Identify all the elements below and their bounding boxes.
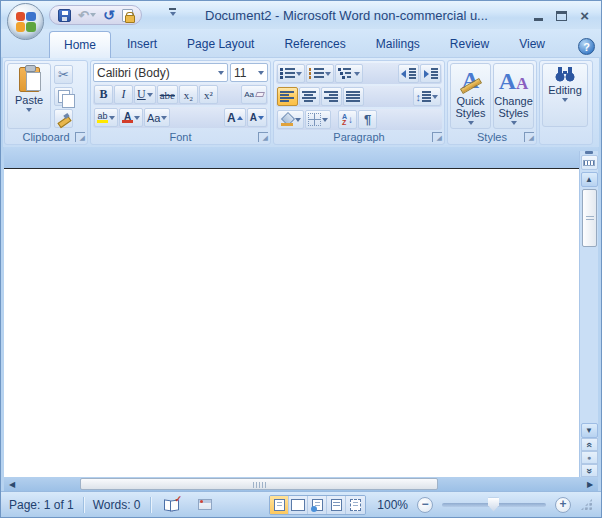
change-case-dropdown-icon[interactable] <box>161 116 167 120</box>
clear-formatting-button[interactable]: Aa <box>241 85 267 104</box>
change-case-button[interactable]: Aa <box>144 108 170 127</box>
multilevel-dropdown-icon[interactable] <box>354 72 360 76</box>
borders-dropdown-icon[interactable] <box>322 118 328 122</box>
full-screen-reading-view-button[interactable] <box>289 496 308 514</box>
next-page-button[interactable]: » <box>581 464 598 477</box>
font-dialog-launcher[interactable]: ◢ <box>258 132 268 142</box>
cut-button[interactable]: ✂ <box>54 65 73 84</box>
change-styles-button[interactable]: AA ChangeStyles <box>493 63 534 129</box>
scroll-down-button[interactable]: ▼ <box>581 423 598 438</box>
previous-page-button[interactable]: « <box>581 438 598 451</box>
vertical-scrollbar-thumb[interactable] <box>582 189 597 247</box>
paragraph-dialog-launcher[interactable]: ◢ <box>432 132 442 142</box>
zoom-out-button[interactable]: − <box>417 497 433 513</box>
italic-button[interactable]: I <box>114 85 133 104</box>
scroll-left-button[interactable]: ◀ <box>4 477 20 491</box>
line-spacing-button[interactable]: ↕ <box>413 87 442 106</box>
undo-dropdown-icon[interactable] <box>90 13 96 17</box>
multilevel-list-button[interactable] <box>335 64 363 83</box>
draft-view-button[interactable] <box>346 496 365 514</box>
window-resize-grip[interactable] <box>580 498 593 511</box>
decrease-indent-button[interactable] <box>398 64 419 83</box>
zoom-slider-track[interactable] <box>442 503 546 507</box>
tab-view[interactable]: View <box>505 31 559 57</box>
outline-view-button[interactable] <box>327 496 346 514</box>
horizontal-scrollbar-track[interactable] <box>20 477 80 491</box>
format-painter-button[interactable] <box>54 109 73 128</box>
shading-button[interactable] <box>277 110 304 129</box>
print-layout-view-button[interactable] <box>270 496 289 514</box>
text-highlight-button[interactable]: ab <box>94 108 118 127</box>
shrink-font-button[interactable]: A <box>247 108 267 127</box>
zoom-level[interactable]: 100% <box>377 498 408 512</box>
quick-styles-dropdown-icon[interactable] <box>468 121 474 125</box>
tab-insert[interactable]: Insert <box>113 31 171 57</box>
show-hide-formatting-button[interactable]: ¶ <box>358 110 377 129</box>
document-page[interactable] <box>4 168 579 477</box>
clipboard-dialog-launcher[interactable]: ◢ <box>75 132 85 142</box>
increase-indent-button[interactable] <box>420 64 441 83</box>
proofing-status-button[interactable]: ✓ <box>160 496 184 514</box>
office-button[interactable] <box>7 3 44 40</box>
font-color-button[interactable]: A <box>119 108 143 127</box>
vertical-scrollbar-track[interactable] <box>580 247 598 423</box>
styles-dialog-launcher[interactable]: ◢ <box>524 132 534 142</box>
protect-document-button[interactable] <box>122 9 133 22</box>
tab-page-layout[interactable]: Page Layout <box>173 31 268 57</box>
zoom-slider-thumb[interactable] <box>488 498 499 512</box>
select-browse-object-button[interactable]: ● <box>581 451 598 464</box>
font-size-combobox[interactable]: 11 <box>230 63 268 82</box>
editing-dropdown-icon[interactable] <box>562 98 568 102</box>
numbering-button[interactable] <box>306 64 334 83</box>
scroll-up-button[interactable]: ▲ <box>581 172 598 187</box>
highlight-dropdown-icon[interactable] <box>109 116 115 120</box>
undo-button[interactable]: ↶ <box>78 9 96 22</box>
bullets-button[interactable] <box>277 64 305 83</box>
align-center-button[interactable] <box>299 87 320 106</box>
paste-button[interactable]: Paste <box>7 63 51 129</box>
quick-styles-button[interactable]: A QuickStyles <box>450 63 491 129</box>
bold-button[interactable]: B <box>94 85 113 104</box>
horizontal-scrollbar-thumb[interactable] <box>80 478 438 490</box>
shading-dropdown-icon[interactable] <box>295 118 301 122</box>
tab-mailings[interactable]: Mailings <box>362 31 434 57</box>
font-name-combobox[interactable]: Calibri (Body) <box>93 63 228 82</box>
minimize-button[interactable] <box>534 7 543 25</box>
macro-record-button[interactable] <box>193 496 217 514</box>
split-handle[interactable] <box>585 151 593 154</box>
font-color-dropdown-icon[interactable] <box>134 116 140 120</box>
underline-dropdown-icon[interactable] <box>147 93 153 97</box>
web-layout-view-button[interactable] <box>308 496 327 514</box>
align-right-button[interactable] <box>321 87 342 106</box>
scroll-right-button[interactable]: ▶ <box>582 477 598 491</box>
copy-button[interactable] <box>54 87 73 106</box>
change-styles-dropdown-icon[interactable] <box>511 121 517 125</box>
numbering-dropdown-icon[interactable] <box>325 72 331 76</box>
close-button[interactable]: × <box>580 10 589 22</box>
superscript-button[interactable]: x² <box>199 85 218 104</box>
tab-review[interactable]: Review <box>436 31 503 57</box>
sort-button[interactable]: AZ ↓ <box>338 110 357 129</box>
underline-button[interactable]: U <box>134 85 156 104</box>
subscript-button[interactable]: x₂ <box>179 85 198 104</box>
strikethrough-button[interactable]: abe <box>157 85 178 104</box>
line-spacing-dropdown-icon[interactable] <box>432 95 438 99</box>
bullets-dropdown-icon[interactable] <box>296 72 302 76</box>
view-ruler-toggle-button[interactable] <box>581 155 598 170</box>
borders-button[interactable] <box>305 110 331 129</box>
align-left-button[interactable] <box>277 87 298 106</box>
tab-references[interactable]: References <box>270 31 359 57</box>
grow-font-button[interactable]: A <box>224 108 246 127</box>
zoom-in-button[interactable]: + <box>555 497 571 513</box>
save-button[interactable] <box>58 9 71 22</box>
page-indicator[interactable]: Page: 1 of 1 <box>9 498 74 512</box>
paste-dropdown-icon[interactable] <box>26 108 32 112</box>
word-count[interactable]: Words: 0 <box>93 498 141 512</box>
tab-home[interactable]: Home <box>49 31 111 58</box>
editing-button[interactable]: Editing <box>542 63 588 127</box>
redo-button[interactable]: ↺ <box>103 9 115 22</box>
maximize-button[interactable] <box>556 7 567 25</box>
customize-quick-access-toolbar-button[interactable] <box>169 8 176 16</box>
help-button[interactable]: ? <box>578 38 595 55</box>
justify-button[interactable] <box>343 87 364 106</box>
